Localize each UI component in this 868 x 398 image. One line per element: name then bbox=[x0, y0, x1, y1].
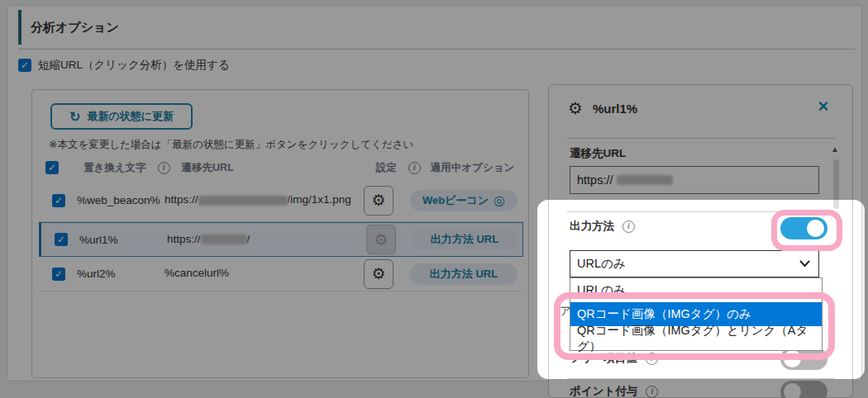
output-method-select[interactable]: URLのみ bbox=[570, 250, 819, 277]
row-settings-button[interactable]: ⚙ bbox=[364, 259, 393, 289]
table-row: ✓ %web_beacon% https:///img/1x1.png ⚙ We… bbox=[39, 179, 523, 222]
panel-gear-icon: ⚙ bbox=[568, 98, 583, 118]
redacted-url-segment bbox=[201, 235, 247, 244]
refresh-button-label: 最新の状態に更新 bbox=[87, 109, 174, 124]
dest-url-label: 遷移先URL bbox=[570, 146, 626, 161]
settings-info-icon[interactable]: i bbox=[408, 162, 421, 174]
token-table: ↻ 最新の状態に更新 ※本文を変更した場合は「最新の状態に更新」ボタンをクリック… bbox=[31, 89, 529, 378]
row-option-badge: 出力方法 URL bbox=[410, 263, 517, 285]
points-label: ポイント付与 bbox=[570, 384, 637, 398]
output-method-info-icon[interactable]: i bbox=[622, 220, 635, 233]
row-url: %cancelurl% bbox=[165, 266, 353, 281]
col-options-header: 適用中オプション bbox=[431, 161, 514, 175]
settings-panel: ⚙ %url1% × 遷移先URL ▲ https:// 出力方法 i URLの… bbox=[548, 84, 853, 398]
gear-icon: ⚙ bbox=[374, 230, 388, 249]
row-token: %url1% bbox=[79, 234, 167, 246]
row-option-badge: Webビーコン◎ bbox=[410, 190, 517, 211]
row-settings-button-disabled[interactable]: ⚙ bbox=[366, 225, 396, 254]
refresh-icon: ↻ bbox=[69, 109, 80, 125]
panel-divider bbox=[567, 211, 835, 212]
panel-title: %url1% bbox=[593, 102, 637, 116]
row-token: %web_beacon% bbox=[77, 194, 165, 206]
row-url: https:///img/1x1.png bbox=[165, 192, 353, 207]
row-token: %url2% bbox=[77, 268, 165, 280]
row-checkbox[interactable]: ✓ bbox=[55, 233, 68, 246]
col-settings-header: 設定 bbox=[376, 161, 397, 175]
gear-icon: ⚙ bbox=[371, 264, 385, 283]
gear-icon: ⚙ bbox=[371, 191, 385, 210]
dest-url-input[interactable]: https:// bbox=[570, 166, 819, 194]
short-url-label: 短縮URL（クリック分析）を使用する bbox=[38, 58, 230, 73]
points-info-icon[interactable]: i bbox=[646, 386, 658, 398]
panel-divider bbox=[567, 138, 835, 139]
redacted-url-segment bbox=[617, 175, 673, 185]
output-method-dropdown: URLのみ QRコード画像（IMGタグ）のみ QRコード画像（IMGタグ）とリン… bbox=[570, 277, 823, 351]
output-method-toggle[interactable] bbox=[780, 217, 827, 239]
chevron-down-icon bbox=[799, 260, 810, 268]
table-row: ✓ %url2% %cancelurl% ⚙ 出力方法 URL bbox=[39, 257, 523, 291]
table-header-row: ✓ 置き換え文字 i 遷移先URL 設定 i 適用中オプション bbox=[45, 156, 517, 179]
close-icon: × bbox=[818, 96, 829, 116]
col-token-header: 置き換え文字 bbox=[83, 161, 146, 175]
col-url-header: 遷移先URL bbox=[182, 161, 234, 175]
panel-divider bbox=[567, 378, 835, 379]
points-toggle[interactable] bbox=[780, 381, 827, 398]
token-info-icon[interactable]: i bbox=[158, 162, 170, 174]
select-all-checkbox[interactable]: ✓ bbox=[45, 161, 59, 174]
redacted-url-segment bbox=[198, 196, 288, 206]
panel-scrollbar[interactable] bbox=[833, 159, 839, 209]
row-settings-button[interactable]: ⚙ bbox=[364, 186, 393, 216]
scroll-up-icon[interactable]: ▲ bbox=[831, 145, 839, 154]
heading-accent-bar bbox=[18, 10, 21, 45]
dropdown-option[interactable]: URLのみ bbox=[570, 278, 822, 302]
row-option-badge: 出力方法 URL bbox=[411, 229, 518, 250]
row-checkbox[interactable]: ✓ bbox=[52, 268, 65, 281]
dropdown-option[interactable]: QRコード画像（IMGタグ）とリンク（Aタグ） bbox=[570, 326, 822, 350]
row-checkbox[interactable]: ✓ bbox=[52, 194, 65, 207]
table-row-selected: ✓ %url1% https:/// ⚙ 出力方法 URL bbox=[39, 222, 523, 257]
refresh-button[interactable]: ↻ 最新の状態に更新 bbox=[50, 103, 193, 130]
select-value: URLのみ bbox=[577, 256, 799, 272]
page-title: 分析オプション bbox=[31, 20, 119, 36]
analysis-options-screen: 分析オプション ✓ 短縮URL（クリック分析）を使用する ↻ 最新の状態に更新 … bbox=[0, 0, 868, 398]
short-url-checkbox[interactable]: ✓ bbox=[18, 59, 31, 72]
output-method-label: 出力方法 bbox=[570, 219, 614, 234]
panel-close-button[interactable]: × bbox=[812, 95, 835, 118]
row-url: https:/// bbox=[167, 232, 355, 247]
heading-divider bbox=[18, 49, 856, 50]
web-beacon-icon: ◎ bbox=[494, 192, 505, 208]
refresh-note: ※本文を変更した場合は「最新の状態に更新」ボタンをクリックしてください bbox=[49, 138, 413, 152]
obscured-option-info-icon[interactable]: i bbox=[646, 353, 658, 365]
